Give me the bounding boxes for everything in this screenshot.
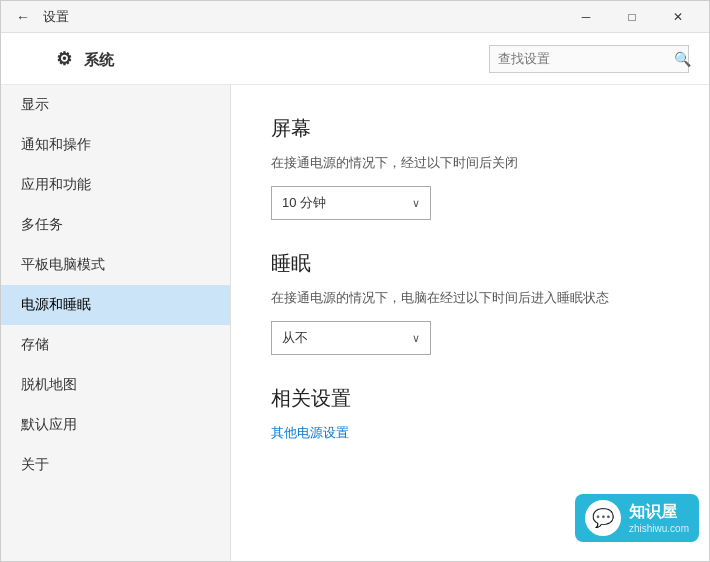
search-icon[interactable]: 🔍 [674, 45, 691, 73]
search-box: 🔍 [489, 45, 689, 73]
screen-dropdown-arrow: ∨ [412, 197, 420, 210]
sidebar-item-about[interactable]: 关于 [1, 445, 230, 485]
content-panel: 屏幕 在接通电源的情况下，经过以下时间后关闭 10 分钟 ∨ 睡眠 在接通电源的… [231, 85, 709, 561]
sidebar-item-display[interactable]: 显示 [1, 85, 230, 125]
tablet-label: 平板电脑模式 [21, 256, 105, 274]
screen-dropdown[interactable]: 10 分钟 ∨ [271, 186, 431, 220]
watermark-icon: 💬 [585, 500, 621, 536]
sidebar: 显示 通知和操作 应用和功能 多任务 平板电脑模式 电源和睡眠 存储 脱机地图 [1, 85, 231, 561]
about-label: 关于 [21, 456, 49, 474]
sidebar-item-notify[interactable]: 通知和操作 [1, 125, 230, 165]
sidebar-item-power[interactable]: 电源和睡眠 [1, 285, 230, 325]
gear-icon: ⚙ [56, 49, 72, 69]
notify-label: 通知和操作 [21, 136, 91, 154]
power-label: 电源和睡眠 [21, 296, 91, 314]
window-controls: ─ □ ✕ [563, 1, 701, 33]
storage-label: 存储 [21, 336, 49, 354]
sleep-dropdown-value: 从不 [282, 329, 308, 347]
screen-desc: 在接通电源的情况下，经过以下时间后关闭 [271, 154, 669, 172]
offline-label: 脱机地图 [21, 376, 77, 394]
power-settings-link[interactable]: 其他电源设置 [271, 425, 349, 440]
maximize-button[interactable]: □ [609, 1, 655, 33]
apps-label: 应用和功能 [21, 176, 91, 194]
related-title: 相关设置 [271, 385, 669, 412]
sidebar-item-storage[interactable]: 存储 [1, 325, 230, 365]
related-section: 相关设置 其他电源设置 [271, 385, 669, 442]
close-button[interactable]: ✕ [655, 1, 701, 33]
sidebar-item-apps[interactable]: 应用和功能 [1, 165, 230, 205]
display-label: 显示 [21, 96, 49, 114]
page-title: ⚙ 系统 [56, 48, 489, 70]
watermark-main-text: 知识屋 [629, 502, 689, 523]
watermark-sub-text: zhishiwu.com [629, 523, 689, 534]
main-content: 显示 通知和操作 应用和功能 多任务 平板电脑模式 电源和睡眠 存储 脱机地图 [1, 85, 709, 561]
sidebar-item-default[interactable]: 默认应用 [1, 405, 230, 445]
screen-dropdown-value: 10 分钟 [282, 194, 326, 212]
sidebar-item-offline[interactable]: 脱机地图 [1, 365, 230, 405]
sleep-desc: 在接通电源的情况下，电脑在经过以下时间后进入睡眠状态 [271, 289, 669, 307]
watermark-inner: 💬 知识屋 zhishiwu.com [575, 494, 699, 542]
watermark-text-block: 知识屋 zhishiwu.com [629, 502, 689, 534]
multitask-label: 多任务 [21, 216, 63, 234]
header-row: ⚙ 系统 🔍 [1, 33, 709, 85]
default-label: 默认应用 [21, 416, 77, 434]
back-button[interactable]: ← [9, 3, 37, 31]
sleep-dropdown[interactable]: 从不 ∨ [271, 321, 431, 355]
sidebar-item-multitask[interactable]: 多任务 [1, 205, 230, 245]
watermark: 💬 知识屋 zhishiwu.com [521, 485, 699, 551]
minimize-button[interactable]: ─ [563, 1, 609, 33]
screen-section: 屏幕 在接通电源的情况下，经过以下时间后关闭 10 分钟 ∨ [271, 115, 669, 220]
screen-title: 屏幕 [271, 115, 669, 142]
sleep-dropdown-arrow: ∨ [412, 332, 420, 345]
sleep-title: 睡眠 [271, 250, 669, 277]
search-input[interactable] [490, 51, 674, 66]
window-title: 设置 [43, 8, 69, 26]
titlebar: ← 设置 ─ □ ✕ [1, 1, 709, 33]
sleep-section: 睡眠 在接通电源的情况下，电脑在经过以下时间后进入睡眠状态 从不 ∨ [271, 250, 669, 355]
settings-window: ← 设置 ─ □ ✕ ⚙ 系统 🔍 显示 通知和操作 应用和功能 [0, 0, 710, 562]
sidebar-item-tablet[interactable]: 平板电脑模式 [1, 245, 230, 285]
